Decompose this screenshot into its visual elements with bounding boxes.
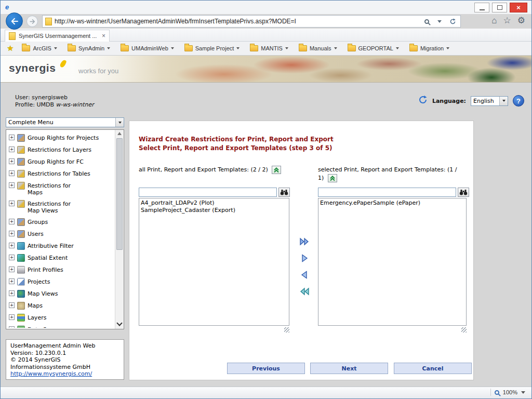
tree-item[interactable]: Group Rights for Projects xyxy=(8,132,114,144)
tree-item[interactable]: Map Views xyxy=(8,288,114,300)
refresh-selected-templates-button[interactable] xyxy=(328,174,337,182)
expand-plus-icon[interactable] xyxy=(9,135,15,140)
menu-select[interactable]: Complete Menu xyxy=(6,117,124,127)
user-label: User: xyxy=(15,94,30,101)
selected-templates-listbox[interactable]: Emergency.ePaperSample (ePaper) xyxy=(318,198,467,326)
favorites-bar-item[interactable]: Sample Project xyxy=(184,45,240,51)
zoom-magnifier-icon[interactable] xyxy=(495,390,499,395)
favorites-bar-item[interactable]: SynAdmin xyxy=(68,45,110,51)
expand-plus-icon[interactable] xyxy=(9,267,15,272)
close-button[interactable]: × xyxy=(510,3,527,12)
favorites-bar-item[interactable]: Migration xyxy=(409,45,449,51)
tree-item[interactable]: Restrictions for Tables xyxy=(8,168,114,180)
refresh-icon[interactable] xyxy=(447,16,458,26)
back-button[interactable] xyxy=(6,12,23,30)
chevron-down-icon xyxy=(446,47,449,49)
all-templates-listbox[interactable]: A4_portrait_LDAPv2 (Plot)SampleProject_C… xyxy=(139,198,289,326)
list-item[interactable]: Emergency.ePaperSample (ePaper) xyxy=(320,200,464,207)
tree-item[interactable]: Projects xyxy=(8,276,114,288)
scroll-up-icon[interactable] xyxy=(117,132,122,135)
home-icon[interactable]: ⌂ xyxy=(491,16,497,26)
expand-plus-icon[interactable] xyxy=(9,158,15,164)
search-icon[interactable] xyxy=(421,16,432,26)
expand-plus-icon[interactable] xyxy=(9,314,15,320)
list-item[interactable]: SampleProject_Cadaster (Export) xyxy=(141,207,287,214)
minimize-button[interactable] xyxy=(474,3,489,12)
expand-plus-icon[interactable] xyxy=(9,170,15,176)
tree-item[interactable]: Attributive Filter xyxy=(8,240,114,252)
tree-item[interactable]: Print Profiles xyxy=(8,264,114,276)
tree-item[interactable]: Restrictions for Layers xyxy=(8,144,114,156)
browser-tab[interactable]: SynerGIS Usermanagement ... × xyxy=(5,30,110,42)
wizard-title-line1: Wizard Create Restrictions for Print, Re… xyxy=(139,135,334,144)
tab-close-icon[interactable]: × xyxy=(102,32,105,39)
add-favorite-icon[interactable]: ★ xyxy=(7,44,14,53)
tree-scrollbar[interactable] xyxy=(115,130,124,329)
selected-templates-filter-input[interactable] xyxy=(318,188,456,197)
tree-item[interactable]: Data Sources xyxy=(8,324,114,328)
chevron-down-icon[interactable] xyxy=(521,391,525,394)
help-button[interactable]: ? xyxy=(513,95,524,107)
folder-icon xyxy=(68,45,76,51)
favorites-bar-item[interactable]: ArcGIS xyxy=(22,45,57,51)
tree-item[interactable]: Users xyxy=(8,228,114,240)
tree-item[interactable]: Maps xyxy=(8,300,114,312)
favorites-bar-item[interactable]: GEOPORTAL xyxy=(348,45,399,51)
search-all-templates-button[interactable] xyxy=(278,188,290,197)
attributive-filter-icon xyxy=(17,242,25,250)
search-selected-templates-button[interactable] xyxy=(458,188,469,197)
tab-title: SynerGIS Usermanagement ... xyxy=(19,33,99,39)
folder-icon xyxy=(299,45,307,51)
url-input[interactable] xyxy=(55,18,419,25)
tree-item[interactable]: Spatial Extent xyxy=(8,252,114,264)
expand-plus-icon[interactable] xyxy=(9,278,15,284)
favorites-bar-item[interactable]: MANTIS xyxy=(250,45,288,51)
expand-plus-icon[interactable] xyxy=(9,147,15,152)
favorites-bar-item[interactable]: Manuals xyxy=(299,45,337,51)
tree-item[interactable]: Layers xyxy=(8,312,114,324)
next-button[interactable]: Next xyxy=(310,363,388,374)
expand-plus-icon[interactable] xyxy=(9,231,15,236)
move-all-left-button[interactable] xyxy=(298,285,311,298)
folder-icon xyxy=(409,45,418,51)
expand-plus-icon[interactable] xyxy=(9,302,15,308)
resize-grip[interactable] xyxy=(461,327,467,332)
expand-plus-icon[interactable] xyxy=(9,326,15,328)
data-sources-icon xyxy=(17,326,25,328)
tree-item[interactable]: Group Rights for FC xyxy=(8,156,114,168)
wizard-title-line2: Select Print, Report and Export Template… xyxy=(139,144,334,153)
favorites-icon[interactable]: ☆ xyxy=(503,16,511,26)
synergis-website-link[interactable]: http://www.mysynergis.com/ xyxy=(10,370,92,377)
language-select[interactable]: English xyxy=(471,96,508,106)
move-all-right-button[interactable] xyxy=(298,235,311,248)
all-templates-filter-input[interactable] xyxy=(139,188,277,197)
tree-item-label: Groups xyxy=(28,218,48,225)
tree-item[interactable]: Restrictions for Map Views xyxy=(8,198,114,216)
tree-item[interactable]: Groups xyxy=(8,216,114,228)
favorites-bar-item[interactable]: UMAdminWeb xyxy=(121,45,174,51)
refresh-all-templates-button[interactable] xyxy=(272,166,281,174)
move-left-button[interactable] xyxy=(298,269,311,281)
chevron-down-icon[interactable] xyxy=(434,16,445,26)
forward-button[interactable] xyxy=(26,16,38,27)
expand-plus-icon[interactable] xyxy=(9,290,15,296)
settings-gear-icon[interactable]: ⚙ xyxy=(517,16,525,26)
expand-plus-icon[interactable] xyxy=(9,255,15,260)
scrollbar-thumb[interactable] xyxy=(116,138,123,250)
expand-plus-icon[interactable] xyxy=(9,243,15,248)
list-item[interactable]: A4_portrait_LDAPv2 (Plot) xyxy=(141,200,287,207)
favorites-item-label: UMAdminWeb xyxy=(131,45,168,51)
move-right-button[interactable] xyxy=(298,252,311,264)
tree-item[interactable]: Restrictions for Maps xyxy=(8,180,114,198)
expand-plus-icon[interactable] xyxy=(9,201,15,206)
previous-button[interactable]: Previous xyxy=(227,363,305,374)
expand-plus-icon[interactable] xyxy=(9,182,15,188)
maximize-button[interactable] xyxy=(492,3,507,12)
resize-grip[interactable] xyxy=(284,327,289,332)
cancel-button[interactable]: Cancel xyxy=(394,363,472,374)
scroll-down-icon[interactable] xyxy=(116,320,122,326)
language-label: Language: xyxy=(432,98,466,104)
reload-language-icon[interactable] xyxy=(418,95,428,107)
browser-window: e × ⌂ ☆ ⚙ SynerGIS Usermanagement ... × xyxy=(0,0,532,399)
expand-plus-icon[interactable] xyxy=(9,219,15,224)
